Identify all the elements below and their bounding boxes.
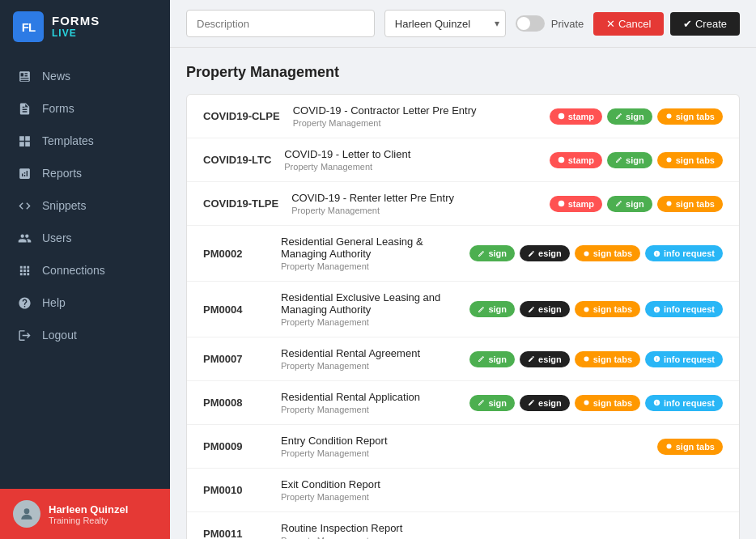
form-actions: sign esign sign tabs info request <box>469 245 723 261</box>
form-category: Property Management <box>284 162 536 172</box>
forms-list: COVID19-CLPE COVID-19 - Contractor Lette… <box>186 94 740 539</box>
user-company: Training Realty <box>49 516 128 525</box>
form-info: COVID-19 - Renter letter Pre Entry Prope… <box>291 192 536 215</box>
table-row: PM0007 Residential Rental Agreement Prop… <box>187 337 739 381</box>
sidebar-item-templates[interactable]: Templates <box>0 125 170 157</box>
app-name-live: LIVE <box>52 28 100 39</box>
sidebar-item-reports[interactable]: Reports <box>0 157 170 189</box>
svg-point-8 <box>584 307 588 312</box>
snippets-icon <box>16 197 32 214</box>
action-sign-badge[interactable]: sign <box>469 351 515 367</box>
form-code: PM0011 <box>203 528 268 539</box>
form-name: Residential Exclusive Leasing and Managi… <box>281 291 457 316</box>
svg-point-3 <box>558 157 564 163</box>
action-sign-tabs-badge[interactable]: sign tabs <box>657 196 723 212</box>
action-sign-badge[interactable]: sign <box>607 196 652 212</box>
table-row: PM0010 Exit Condition Report Property Ma… <box>187 469 739 512</box>
action-sign-tabs-badge[interactable]: sign tabs <box>575 301 640 317</box>
sidebar-item-logout[interactable]: Logout <box>0 319 170 351</box>
sidebar-user[interactable]: Harleen Quinzel Training Realty <box>0 489 170 539</box>
form-category: Property Management <box>281 361 457 371</box>
action-sign-badge[interactable]: sign <box>469 301 515 317</box>
action-esign-badge[interactable]: esign <box>520 301 570 317</box>
form-code: PM0008 <box>203 397 268 409</box>
sidebar-item-users[interactable]: Users <box>0 222 170 254</box>
sidebar-item-label: News <box>42 70 70 83</box>
form-code: PM0007 <box>203 353 268 365</box>
sidebar: FL FORMS LIVE News Forms Templates Repor… <box>0 0 170 539</box>
form-info: Routine Inspection Report Property Manag… <box>281 522 710 539</box>
sidebar-item-forms[interactable]: Forms <box>0 92 170 125</box>
action-sign-tabs-badge[interactable]: sign tabs <box>657 108 723 125</box>
user-name: Harleen Quinzel <box>49 503 128 516</box>
sidebar-item-snippets[interactable]: Snippets <box>0 189 170 222</box>
action-esign-badge[interactable]: esign <box>520 395 570 411</box>
svg-point-9 <box>584 357 588 362</box>
action-sign-badge[interactable]: sign <box>469 245 515 261</box>
private-label: Private <box>551 18 584 30</box>
reports-icon <box>16 165 32 181</box>
form-code: COVID19-CLPE <box>203 110 280 122</box>
action-sign-badge[interactable]: sign <box>607 152 652 168</box>
action-info-request-badge[interactable]: info request <box>645 395 723 411</box>
action-sign-badge[interactable]: sign <box>469 395 515 411</box>
user-select[interactable]: Harleen Quinzel <box>384 10 506 37</box>
logout-icon <box>16 327 32 343</box>
sidebar-item-help[interactable]: Help <box>0 286 170 319</box>
templates-icon <box>16 133 32 149</box>
description-input[interactable] <box>186 10 375 37</box>
sidebar-item-connections[interactable]: Connections <box>0 254 170 286</box>
private-toggle-switch[interactable] <box>516 15 545 32</box>
form-category: Property Management <box>281 405 457 414</box>
form-name: COVID-19 - Contractor Letter Pre Entry <box>293 104 537 117</box>
sidebar-item-label: Users <box>42 231 72 244</box>
form-category: Property Management <box>291 206 536 215</box>
sidebar-item-news[interactable]: News <box>0 60 170 92</box>
action-sign-badge[interactable]: sign <box>607 108 652 125</box>
sidebar-item-label: Snippets <box>42 199 86 212</box>
user-select-wrap: Harleen Quinzel ▾ <box>384 10 506 37</box>
action-info-request-badge[interactable]: info request <box>645 245 723 261</box>
avatar <box>13 500 40 528</box>
sidebar-item-label: Templates <box>42 134 94 147</box>
action-sign-tabs-badge[interactable]: sign tabs <box>657 439 723 455</box>
form-code: PM0002 <box>203 248 268 260</box>
action-esign-badge[interactable]: esign <box>520 351 570 367</box>
form-info: Residential Rental Agreement Property Ma… <box>281 347 457 371</box>
action-sign-tabs-badge[interactable]: sign tabs <box>575 245 640 261</box>
form-actions: stamp sign sign tabs <box>550 196 723 212</box>
user-info: Harleen Quinzel Training Realty <box>49 503 128 525</box>
svg-point-10 <box>584 401 588 405</box>
main-panel: Harleen Quinzel ▾ Private ✕ Cancel ✔ Cre… <box>170 0 756 539</box>
action-stamp-badge[interactable]: stamp <box>550 152 602 168</box>
form-code: COVID19-LTC <box>203 154 271 166</box>
form-code: PM0004 <box>203 303 268 316</box>
action-stamp-badge[interactable]: stamp <box>550 108 602 125</box>
form-category: Property Management <box>281 536 710 539</box>
sidebar-item-label: Help <box>42 296 66 309</box>
action-esign-badge[interactable]: esign <box>520 245 570 261</box>
form-actions: sign esign sign tabs info request <box>469 301 723 317</box>
form-name: Routine Inspection Report <box>281 522 710 534</box>
form-actions: stamp sign sign tabs <box>550 152 723 168</box>
table-row: PM0002 Residential General Leasing & Man… <box>187 226 739 282</box>
cancel-button[interactable]: ✕ Cancel <box>593 12 664 36</box>
form-category: Property Management <box>281 317 457 327</box>
table-row: COVID19-CLPE COVID-19 - Contractor Lette… <box>187 95 739 138</box>
forms-icon <box>16 100 32 117</box>
svg-point-4 <box>666 158 671 163</box>
form-name: Entry Condition Report <box>281 435 644 447</box>
action-info-request-badge[interactable]: info request <box>645 301 723 317</box>
action-sign-tabs-badge[interactable]: sign tabs <box>575 351 640 367</box>
news-icon <box>16 68 32 84</box>
action-stamp-badge[interactable]: stamp <box>550 196 602 212</box>
form-info: COVID-19 - Contractor Letter Pre Entry P… <box>293 104 537 128</box>
svg-point-0 <box>24 508 30 514</box>
action-sign-tabs-badge[interactable]: sign tabs <box>657 152 723 168</box>
content-area: Property Management COVID19-CLPE COVID-1… <box>170 48 756 539</box>
create-button[interactable]: ✔ Create <box>670 12 740 36</box>
action-info-request-badge[interactable]: info request <box>645 351 723 367</box>
sidebar-item-label: Logout <box>42 329 77 342</box>
form-name: COVID-19 - Letter to Client <box>284 148 536 160</box>
action-sign-tabs-badge[interactable]: sign tabs <box>575 395 640 411</box>
